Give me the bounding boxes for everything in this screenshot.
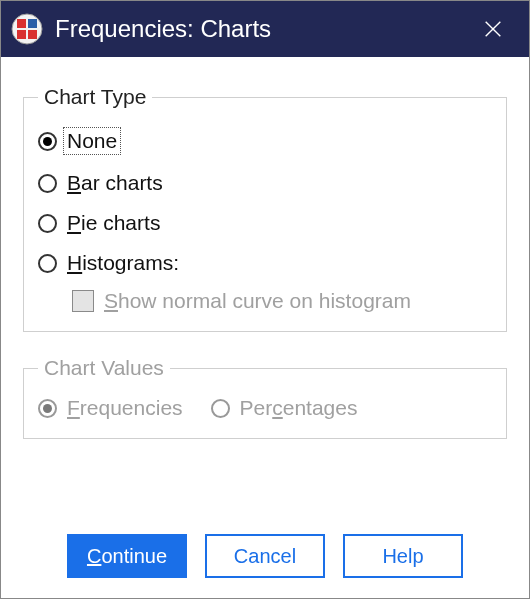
radio-histograms[interactable]: Histograms:	[38, 251, 492, 275]
chart-type-group: Chart Type None Bar charts Pie charts	[23, 85, 507, 332]
radio-frequencies-label: Frequencies	[67, 396, 183, 420]
radio-indicator	[38, 399, 57, 418]
chart-values-group: Chart Values Frequencies Percentages	[23, 356, 507, 439]
radio-none-label: None	[63, 127, 121, 155]
radio-frequencies: Frequencies	[38, 396, 183, 420]
cancel-button[interactable]: Cancel	[205, 534, 325, 578]
dialog-window: Frequencies: Charts Chart Type None	[0, 0, 530, 599]
radio-dot	[43, 404, 52, 413]
svg-rect-2	[28, 19, 37, 28]
title-bar: Frequencies: Charts	[1, 1, 529, 57]
radio-hist-label: Histograms:	[67, 251, 179, 275]
radio-indicator	[38, 214, 57, 233]
radio-indicator	[38, 174, 57, 193]
help-button[interactable]: Help	[343, 534, 463, 578]
close-button[interactable]	[473, 9, 513, 49]
radio-percentages: Percentages	[211, 396, 358, 420]
button-row: Continue Cancel Help	[23, 526, 507, 578]
close-icon	[482, 18, 504, 40]
svg-point-0	[12, 14, 42, 44]
radio-dot	[43, 137, 52, 146]
continue-button[interactable]: Continue	[67, 534, 187, 578]
radio-bar-charts[interactable]: Bar charts	[38, 171, 492, 195]
radio-percentages-label: Percentages	[240, 396, 358, 420]
svg-rect-1	[17, 19, 26, 28]
radio-indicator	[38, 132, 57, 151]
checkbox-box	[72, 290, 94, 312]
chart-type-legend: Chart Type	[38, 85, 152, 109]
svg-rect-3	[17, 30, 26, 39]
radio-pie-charts[interactable]: Pie charts	[38, 211, 492, 235]
dialog-content: Chart Type None Bar charts Pie charts	[1, 57, 529, 598]
radio-indicator	[211, 399, 230, 418]
svg-rect-4	[28, 30, 37, 39]
radio-none[interactable]: None	[38, 127, 492, 155]
radio-bar-label: Bar charts	[67, 171, 163, 195]
show-normal-curve-label: Show normal curve on histogram	[104, 289, 411, 313]
chart-values-legend: Chart Values	[38, 356, 170, 380]
radio-indicator	[38, 254, 57, 273]
app-icon	[11, 13, 43, 45]
radio-pie-label: Pie charts	[67, 211, 160, 235]
chart-type-radio-list: None Bar charts Pie charts Histograms:	[38, 127, 492, 275]
show-normal-curve-checkbox: Show normal curve on histogram	[72, 289, 492, 313]
dialog-title: Frequencies: Charts	[55, 15, 473, 43]
chart-values-row: Frequencies Percentages	[38, 396, 492, 420]
